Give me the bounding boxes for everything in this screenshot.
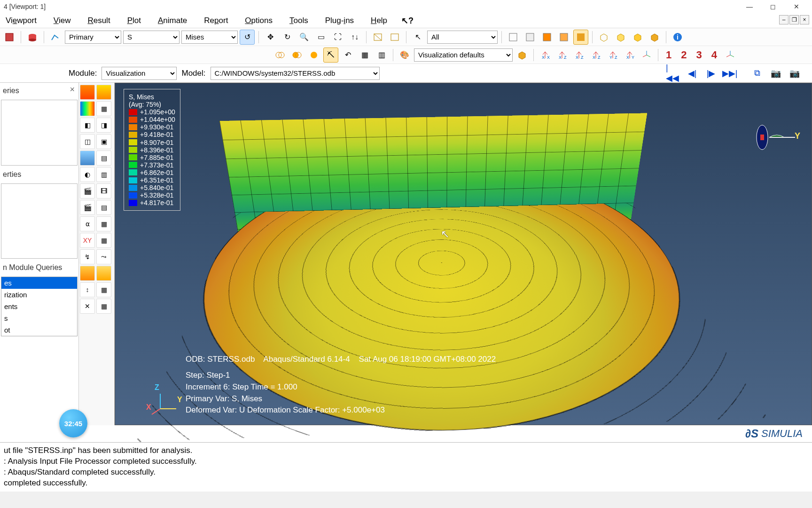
zoom-box-icon[interactable]: ▭ bbox=[313, 30, 328, 45]
tb-contour2-icon[interactable]: ▦ bbox=[96, 101, 111, 116]
camera-2-icon[interactable]: 📷 bbox=[787, 66, 803, 80]
query-empty-list-2[interactable] bbox=[1, 183, 78, 259]
tb-symbol2-icon[interactable]: ◨ bbox=[96, 118, 111, 133]
window-minimize-button[interactable]: — bbox=[738, 0, 761, 13]
tb-matprop-icon[interactable]: ◫ bbox=[80, 134, 95, 149]
tb-cut2-icon[interactable] bbox=[96, 266, 111, 281]
module-select[interactable]: Visualization bbox=[102, 67, 177, 80]
query-item-4[interactable]: ot bbox=[1, 324, 77, 336]
tb-xy3-icon[interactable]: XY bbox=[80, 233, 95, 248]
menu-options[interactable]: Options bbox=[242, 14, 275, 27]
query-panel-close-button[interactable]: × bbox=[70, 85, 75, 95]
tb-overlay-icon[interactable] bbox=[80, 151, 95, 166]
menu-view[interactable]: View bbox=[51, 14, 74, 27]
render-hidden-icon[interactable] bbox=[523, 30, 538, 45]
mdi-minimize-button[interactable]: – bbox=[779, 15, 789, 24]
query-empty-list-1[interactable] bbox=[1, 100, 78, 166]
table-icon[interactable]: ▦ bbox=[357, 48, 372, 63]
tb-xy4-icon[interactable]: ▦ bbox=[96, 233, 111, 248]
axis-view-5-icon[interactable]: YZ bbox=[605, 48, 620, 63]
menu-tools[interactable]: Tools bbox=[287, 14, 311, 27]
arrow-cursor-icon[interactable]: ↖ bbox=[410, 30, 425, 45]
tb-stream2-icon[interactable]: ▦ bbox=[96, 282, 111, 297]
render-shaded-icon[interactable] bbox=[556, 30, 571, 45]
menu-viewport[interactable]: Viewport bbox=[3, 14, 39, 27]
user-view-4[interactable]: 4 bbox=[708, 49, 721, 61]
pan-icon[interactable]: ✥ bbox=[263, 30, 278, 45]
anim-prev-button[interactable]: ◀| bbox=[684, 66, 700, 80]
session-icon[interactable] bbox=[2, 30, 17, 45]
user-view-3[interactable]: 3 bbox=[693, 49, 706, 61]
box3-icon[interactable] bbox=[630, 30, 645, 45]
query-item-0[interactable]: es bbox=[1, 277, 77, 289]
query-item-2[interactable]: ents bbox=[1, 301, 77, 312]
orientation-widget[interactable]: Y bbox=[741, 121, 797, 154]
mdi-close-button[interactable]: × bbox=[800, 15, 809, 24]
message-area[interactable]: ut file "STERSS.inp" has been submitted … bbox=[0, 442, 812, 492]
tb-common2-icon[interactable]: ▥ bbox=[96, 167, 111, 182]
circles1-icon[interactable] bbox=[273, 48, 288, 63]
menu-plot[interactable]: Plot bbox=[125, 14, 144, 27]
tb-anim3-icon[interactable]: 🎬 bbox=[80, 200, 95, 215]
query-item-1[interactable]: rization bbox=[1, 289, 77, 301]
tb-xy2-icon[interactable]: ▦ bbox=[96, 216, 111, 231]
visualization-defaults-select[interactable]: Visualization defaults bbox=[414, 48, 513, 62]
field-output-component-select[interactable]: S bbox=[123, 31, 180, 44]
axis-view-2-icon[interactable]: XZ bbox=[554, 48, 570, 63]
mdi-restore-button[interactable]: ❐ bbox=[789, 15, 799, 24]
tb-contour-icon[interactable] bbox=[80, 101, 95, 116]
tb-common-icon[interactable]: ◐ bbox=[80, 167, 95, 182]
odb-open-icon[interactable] bbox=[25, 30, 40, 45]
table2-icon[interactable]: ▥ bbox=[374, 48, 389, 63]
field-output-invariant-select[interactable]: Mises bbox=[181, 31, 238, 44]
viewport[interactable]: S, Mises (Avg: 75%) +1.095e+00+1.044e+00… bbox=[115, 83, 812, 425]
render-solid-icon[interactable] bbox=[573, 30, 588, 45]
axis-view-6-icon[interactable]: XY bbox=[622, 48, 637, 63]
tb-stream-icon[interactable]: ↕ bbox=[80, 282, 95, 297]
camera-1-icon[interactable]: 📷 bbox=[768, 66, 784, 80]
query-item-3[interactable]: s bbox=[1, 312, 77, 324]
sync-icon[interactable]: ↺ bbox=[240, 30, 255, 45]
tb-matprop2-icon[interactable]: ▣ bbox=[96, 134, 111, 149]
tb-tick-icon[interactable]: ✕ bbox=[80, 299, 95, 314]
box1-icon[interactable] bbox=[596, 30, 611, 45]
undo-icon[interactable]: ↶ bbox=[340, 48, 355, 63]
fit-view-icon[interactable]: ⛶ bbox=[330, 30, 345, 45]
tb-overlay2-icon[interactable]: ▤ bbox=[96, 151, 111, 166]
anim-first-button[interactable]: |◀◀ bbox=[665, 66, 681, 80]
rotate-icon[interactable]: ↻ bbox=[280, 30, 295, 45]
box-small-icon[interactable] bbox=[515, 48, 530, 63]
box2-icon[interactable] bbox=[613, 30, 628, 45]
tb-anim2-icon[interactable]: 🎞 bbox=[96, 183, 111, 198]
model-path-select[interactable]: C:/WINDOWS/system32/STERSS.odb bbox=[211, 67, 380, 80]
tb-xy1-icon[interactable]: ⍺ bbox=[80, 216, 95, 231]
circles2-icon[interactable] bbox=[289, 48, 304, 63]
triad-small2-icon[interactable] bbox=[723, 48, 738, 63]
anim-last-button[interactable]: ▶▶| bbox=[722, 66, 738, 80]
perspective-icon[interactable] bbox=[370, 30, 385, 45]
probe-icon[interactable]: ⛏ bbox=[323, 48, 338, 63]
context-help-icon[interactable]: ↖? bbox=[401, 16, 414, 26]
tb-tick2-icon[interactable]: ▦ bbox=[96, 299, 111, 314]
window-maximize-button[interactable]: ◻ bbox=[761, 0, 785, 13]
tb-path2-icon[interactable]: ⤳ bbox=[96, 249, 111, 264]
user-view-1[interactable]: 1 bbox=[662, 49, 675, 61]
render-fill-icon[interactable] bbox=[539, 30, 554, 45]
axis-view-3-icon[interactable]: XZ bbox=[571, 48, 586, 63]
frame-selector-icon[interactable] bbox=[48, 30, 63, 45]
parallel-icon[interactable] bbox=[387, 30, 402, 45]
tb-anim4-icon[interactable]: ▤ bbox=[96, 200, 111, 215]
circle-solid-icon[interactable] bbox=[306, 48, 321, 63]
box4-icon[interactable] bbox=[647, 30, 662, 45]
menu-report[interactable]: Report bbox=[201, 14, 231, 27]
field-output-variable-select[interactable]: Primary bbox=[65, 31, 121, 44]
axis-view-1-icon[interactable]: XX bbox=[538, 48, 553, 63]
triad-small-icon[interactable] bbox=[639, 48, 654, 63]
palette-icon[interactable]: 🎨 bbox=[397, 48, 412, 63]
tb-cut1-icon[interactable] bbox=[80, 266, 95, 281]
selection-filter-select[interactable]: All bbox=[427, 31, 498, 44]
axis-view-4-icon[interactable]: XZ bbox=[588, 48, 603, 63]
tb-deformed-icon[interactable] bbox=[96, 85, 111, 100]
tb-anim1-icon[interactable]: 🎬 bbox=[80, 183, 95, 198]
info-icon[interactable]: i bbox=[670, 30, 685, 45]
